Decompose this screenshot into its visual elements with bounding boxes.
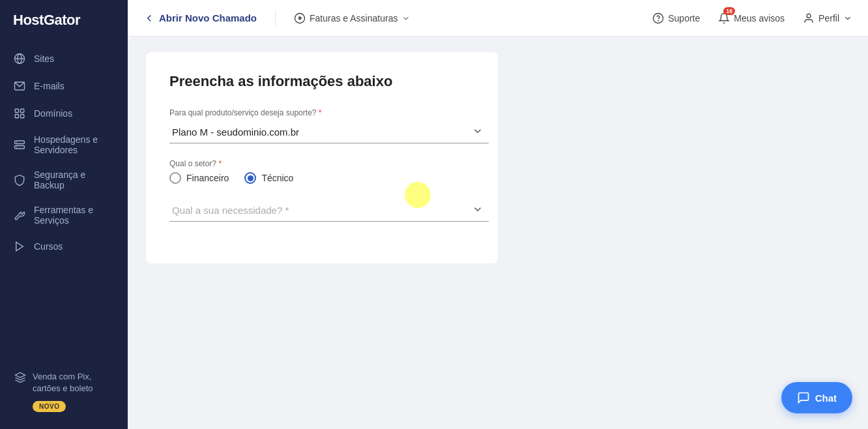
sector-label: Qual o setor? * (169, 159, 474, 168)
main-area: Abrir Novo Chamado Faturas e Assinaturas… (128, 0, 868, 429)
sidebar-item-dominios[interactable]: Domínios (5, 100, 123, 126)
support-button[interactable]: Suporte (652, 12, 700, 24)
sidebar-item-label: Ferramentas e Serviços (34, 205, 115, 226)
sidebar-item-ferramentas[interactable]: Ferramentas e Serviços (5, 198, 123, 232)
product-select-wrapper[interactable]: Plano M - seudominio.com.br (169, 121, 489, 143)
sector-radio-group: Financeiro Técnico (169, 172, 474, 184)
radio-financeiro-label: Financeiro (186, 173, 229, 183)
radio-tecnico-control[interactable] (244, 172, 256, 184)
svg-marker-12 (16, 242, 23, 251)
arrow-left-icon (143, 12, 155, 24)
content-area: Preencha as informações abaixo Para qual… (128, 37, 868, 429)
pix-icon (14, 371, 26, 384)
help-icon (652, 12, 664, 24)
sidebar-item-label: E-mails (34, 81, 65, 91)
notification-badge: 16 (723, 7, 735, 15)
tool-icon (13, 209, 26, 222)
promo-title: Venda com Pix, cartões e boleto (33, 371, 113, 394)
radio-tecnico[interactable]: Técnico (244, 172, 293, 184)
profile-label: Perfil (818, 13, 839, 23)
profile-menu[interactable]: Perfil (803, 12, 852, 24)
notifications-label: Meus avisos (734, 13, 785, 23)
back-button[interactable]: Abrir Novo Chamado (143, 12, 257, 24)
necessity-chevron-icon (472, 203, 484, 218)
sidebar-item-label: Segurança e Backup (34, 170, 115, 190)
sidebar-item-label: Sites (34, 53, 54, 64)
sidebar-item-hospedagens[interactable]: Hospedagens e Servidores (5, 128, 123, 162)
chat-icon (797, 391, 810, 404)
faturas-menu[interactable]: Faturas e Assinaturas (294, 12, 411, 24)
necessity-placeholder[interactable]: Qual a sua necessidade? * (169, 200, 489, 221)
sidebar-promo[interactable]: Venda com Pix, cartões e boleto NOVO (7, 364, 121, 419)
necessity-group: Qual a sua necessidade? * (169, 200, 474, 222)
svg-point-11 (16, 147, 18, 148)
server-icon (13, 138, 26, 151)
dollar-icon (294, 12, 306, 24)
svg-rect-5 (21, 109, 24, 112)
svg-point-15 (654, 13, 663, 23)
svg-point-17 (807, 14, 811, 18)
back-label: Abrir Novo Chamado (159, 12, 257, 23)
user-icon (803, 12, 815, 24)
svg-rect-7 (21, 115, 24, 118)
sidebar-item-emails[interactable]: E-mails (5, 73, 123, 99)
logo: HostGator (0, 0, 128, 40)
svg-point-10 (16, 142, 18, 143)
svg-rect-4 (15, 109, 18, 112)
shield-icon (13, 173, 26, 186)
product-label: Para qual produto/serviço deseja suporte… (169, 108, 474, 117)
sidebar-item-label: Cursos (34, 241, 63, 252)
play-icon (13, 240, 26, 253)
form-card: Preencha as informações abaixo Para qual… (146, 52, 498, 263)
radio-tecnico-label: Técnico (261, 173, 293, 183)
chat-button[interactable]: Chat (781, 382, 852, 413)
chevron-down-icon (401, 14, 411, 23)
profile-chevron-icon (843, 14, 852, 23)
svg-rect-6 (15, 115, 18, 118)
sidebar-item-seguranca[interactable]: Segurança e Backup (5, 163, 123, 197)
product-group: Para qual produto/serviço deseja suporte… (169, 108, 474, 143)
sidebar-item-label: Domínios (34, 108, 72, 119)
grid-icon (13, 107, 26, 120)
topnav: Abrir Novo Chamado Faturas e Assinaturas… (128, 0, 868, 37)
globe-icon (13, 52, 26, 65)
support-label: Suporte (668, 13, 700, 23)
sidebar-nav: Sites E-mails Domínios Hospedagens e Ser… (0, 46, 128, 357)
necessity-select-wrapper[interactable]: Qual a sua necessidade? * (169, 200, 489, 222)
radio-financeiro[interactable]: Financeiro (169, 172, 229, 184)
faturas-label: Faturas e Assinaturas (310, 13, 398, 23)
mail-icon (13, 80, 26, 93)
topnav-divider (275, 10, 276, 26)
sidebar-item-label: Hospedagens e Servidores (34, 134, 115, 155)
chat-label: Chat (815, 392, 837, 404)
sidebar: HostGator Sites E-mails Domínios Hosped (0, 0, 128, 429)
sector-group: Qual o setor? * Financeiro Técnico (169, 159, 474, 184)
sidebar-item-cursos[interactable]: Cursos (5, 233, 123, 259)
sidebar-item-sites[interactable]: Sites (5, 46, 123, 72)
product-select[interactable]: Plano M - seudominio.com.br (169, 121, 489, 143)
form-title: Preencha as informações abaixo (169, 73, 474, 90)
radio-financeiro-control[interactable] (169, 172, 181, 184)
notifications-button[interactable]: 16 Meus avisos (718, 12, 785, 24)
novo-badge: NOVO (33, 401, 66, 412)
